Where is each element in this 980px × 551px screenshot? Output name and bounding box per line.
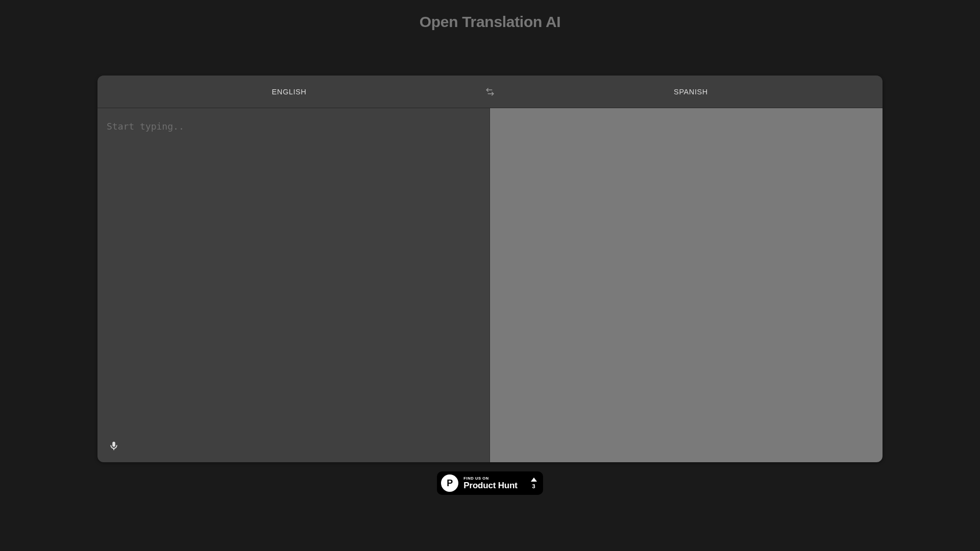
microphone-icon	[108, 440, 119, 452]
product-hunt-votes: 3	[531, 478, 537, 489]
source-language-button[interactable]: ENGLISH	[97, 76, 481, 108]
product-hunt-brand: Product Hunt	[463, 481, 517, 490]
product-hunt-vote-count: 3	[532, 484, 535, 489]
target-language-button[interactable]: SPANISH	[499, 76, 883, 108]
upvote-triangle-icon	[531, 478, 537, 482]
language-bar: ENGLISH SPANISH	[97, 76, 883, 108]
swap-icon	[485, 87, 495, 96]
product-hunt-badge[interactable]: P FIND US ON Product Hunt 3	[437, 471, 543, 495]
source-panel	[97, 108, 490, 462]
target-panel	[490, 108, 883, 462]
source-text-input[interactable]	[97, 108, 489, 462]
source-language-label: ENGLISH	[272, 88, 307, 96]
product-hunt-wrap: P FIND US ON Product Hunt 3	[0, 471, 980, 495]
product-hunt-text: FIND US ON Product Hunt	[463, 477, 517, 490]
page-title: Open Translation AI	[0, 0, 980, 31]
product-hunt-tagline: FIND US ON	[463, 477, 517, 481]
product-hunt-logo-icon: P	[441, 474, 458, 492]
voice-input-button[interactable]	[107, 439, 121, 453]
translator-panels	[97, 108, 883, 462]
target-language-label: SPANISH	[674, 88, 708, 96]
swap-languages-button[interactable]	[481, 83, 499, 101]
translator-card: ENGLISH SPANISH	[97, 76, 883, 462]
